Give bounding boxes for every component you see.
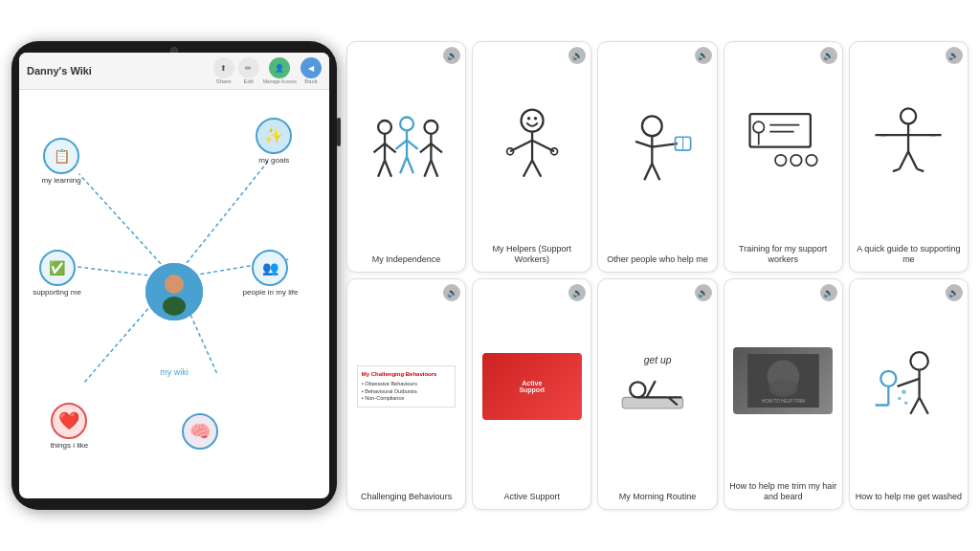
svg-line-12	[385, 143, 396, 152]
svg-line-19	[400, 157, 407, 173]
svg-text:get up: get up	[644, 355, 672, 365]
mind-map: my wiki 📋 my learning ✨ my goals ✅	[27, 98, 322, 497]
svg-point-7	[165, 275, 184, 294]
svg-line-11	[373, 143, 385, 152]
card-label-active-support: Active Support	[504, 492, 561, 503]
svg-line-17	[395, 141, 407, 149]
share-button[interactable]: ⬆	[213, 57, 234, 78]
svg-point-9	[378, 121, 391, 134]
svg-line-13	[378, 161, 385, 177]
sound-button-4[interactable]: 🔊	[820, 47, 837, 64]
svg-point-46	[753, 121, 765, 133]
svg-line-18	[407, 141, 418, 149]
card-challenging-behaviours[interactable]: 🔊 My Challenging Behaviours • Obsessive …	[346, 278, 466, 510]
svg-point-21	[424, 121, 437, 134]
svg-line-43	[644, 164, 652, 180]
card-label-challenging: Challenging Behaviours	[361, 492, 452, 503]
morning-routine-icon: get up	[613, 305, 702, 468]
svg-text:HOW TO HELP TRIM: HOW TO HELP TRIM	[762, 400, 805, 405]
hair-beard-photo: HOW TO HELP TRIM	[733, 347, 833, 414]
svg-point-49	[791, 155, 802, 166]
helpers-icon	[488, 67, 576, 221]
back-button[interactable]: ◀	[301, 57, 322, 78]
node-things[interactable]: ❤️ things i like	[51, 403, 89, 450]
svg-point-74	[911, 352, 928, 369]
card-label-washed: How to help me get washed	[856, 492, 962, 503]
active-support-thumbnail: ActiveSupport	[482, 353, 582, 420]
node-goals[interactable]: ✨ my goals	[256, 118, 292, 165]
card-image-challenging: My Challenging Behaviours • Obsessive Be…	[351, 285, 461, 488]
card-my-independence[interactable]: 🔊	[346, 41, 466, 273]
card-label-helpers: My Helpers (Support Workers)	[477, 244, 587, 266]
svg-point-84	[904, 402, 907, 405]
card-quick-guide[interactable]: 🔊	[849, 41, 969, 273]
tablet-title: Danny's Wiki	[27, 65, 92, 77]
svg-point-48	[775, 155, 787, 166]
manage-access-button[interactable]: 👤	[269, 57, 290, 78]
svg-point-37	[642, 117, 662, 137]
card-image-helpers	[477, 48, 587, 240]
tablet-content: my wiki 📋 my learning ✨ my goals ✅	[19, 90, 329, 498]
tablet-device: Danny's Wiki ⬆ Share ✏ Edit 👤 Manage Acc…	[11, 41, 337, 510]
card-image-independence	[351, 48, 461, 251]
sound-button-8[interactable]: 🔊	[695, 284, 712, 301]
card-my-helpers[interactable]: 🔊	[472, 41, 591, 273]
node-learning[interactable]: 📋 my learning	[41, 138, 80, 185]
node-people[interactable]: 👥 people in my life	[243, 250, 299, 297]
card-image-quick-guide	[854, 48, 964, 240]
training-icon	[739, 67, 827, 221]
svg-line-20	[407, 157, 413, 173]
main-container: Danny's Wiki ⬆ Share ✏ Edit 👤 Manage Acc…	[0, 0, 980, 551]
card-hair-beard[interactable]: 🔊 HOW TO HELP TRIM How to help me trim	[724, 278, 843, 510]
svg-line-25	[424, 161, 431, 177]
sound-button-3[interactable]: 🔊	[695, 47, 712, 64]
svg-point-53	[901, 108, 916, 123]
tablet-header: Danny's Wiki ⬆ Share ✏ Edit 👤 Manage Acc…	[19, 53, 329, 90]
card-training[interactable]: 🔊 Training for my support wor	[724, 41, 843, 273]
svg-line-59	[900, 151, 908, 168]
card-image-active-support: ActiveSupport	[477, 285, 587, 488]
svg-line-36	[532, 161, 541, 177]
cards-grid: 🔊	[346, 41, 969, 510]
card-get-washed[interactable]: 🔊	[849, 278, 969, 510]
other-people-icon	[613, 68, 702, 231]
card-other-people[interactable]: 🔊 Other people who help me	[597, 41, 717, 273]
svg-point-65	[630, 383, 645, 398]
node-supporting[interactable]: ✅ supporting me	[33, 250, 81, 297]
card-label-quick-guide: A quick guide to supporting me	[854, 244, 964, 266]
card-morning-routine[interactable]: 🔊 get up My Morning	[597, 278, 717, 510]
sound-button-9[interactable]: 🔊	[820, 284, 837, 301]
tablet-toolbar: ⬆ Share ✏ Edit 👤 Manage Access ◀ Back	[213, 57, 322, 84]
independence-icon	[363, 68, 451, 231]
sound-button-10[interactable]: 🔊	[946, 284, 963, 301]
svg-line-60	[908, 151, 917, 168]
card-label-independence: My Independence	[372, 254, 441, 266]
svg-point-8	[163, 297, 186, 316]
svg-point-72	[768, 379, 797, 397]
svg-line-44	[652, 164, 659, 180]
tablet-button	[337, 118, 341, 146]
card-label-training: Training for my support workers	[728, 244, 838, 266]
svg-line-62	[918, 169, 924, 171]
svg-line-26	[431, 161, 437, 177]
svg-line-77	[911, 398, 920, 414]
card-active-support[interactable]: 🔊 ActiveSupport Active Support	[472, 278, 591, 510]
svg-line-14	[385, 161, 391, 177]
svg-point-82	[902, 390, 906, 395]
tablet-screen: Danny's Wiki ⬆ Share ✏ Edit 👤 Manage Acc…	[19, 53, 329, 498]
sound-button-5[interactable]: 🔊	[946, 47, 963, 64]
svg-line-67	[646, 381, 655, 397]
my-wiki-label: my wiki	[160, 362, 189, 379]
svg-line-40	[652, 143, 677, 146]
svg-line-35	[523, 161, 532, 177]
svg-point-29	[534, 117, 537, 120]
card-label-other-people: Other people who help me	[607, 254, 708, 266]
washing-icon	[864, 305, 952, 468]
svg-line-24	[431, 143, 442, 152]
svg-point-79	[881, 371, 897, 386]
card-label-morning: My Morning Routine	[619, 492, 697, 503]
card-image-training	[728, 48, 838, 240]
edit-button[interactable]: ✏	[238, 57, 259, 78]
card-label-hair-beard: How to help me trim my hair and beard	[728, 481, 838, 503]
node-brain[interactable]: 🧠	[182, 413, 218, 450]
